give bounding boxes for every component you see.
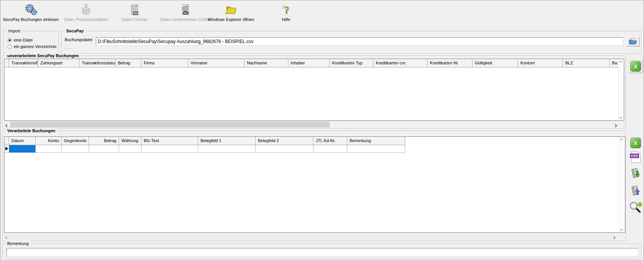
toolbar-button-datev-format: CSV Datev Format [114, 3, 154, 23]
column-header: BG-Text [142, 137, 198, 145]
column-header: JTL Kd-Nr. [313, 137, 347, 145]
processed-grid-hscrollbar[interactable] [4, 234, 618, 240]
crate-icon [80, 3, 92, 16]
cell-bg-text[interactable] [142, 145, 198, 153]
import-group-title: Import [7, 28, 22, 34]
unprocessed-grid[interactable]: TransaktionsID Zahlungsart Transaktionss… [4, 59, 624, 121]
toolbar: SecuPay Buchungen einlesen Datev Postver… [0, 3, 644, 25]
cell-belegfeld1[interactable] [198, 145, 256, 153]
processed-groupbox: Verarbeitete Buchungen Datum Konto Gegen… [2, 131, 626, 241]
buchungsdatei-label: Buchungsdatei [65, 37, 92, 42]
row-marker-cell [5, 145, 9, 153]
csv-export-icon: CSV [631, 151, 641, 163]
scroll-right-icon[interactable] [614, 123, 617, 128]
bemerkung-groupbox: Bemerkung [2, 243, 642, 259]
column-header: Kreditkarten Typ [330, 59, 374, 67]
toolbar-button-hilfe[interactable]: ? Hilfe [275, 3, 297, 23]
column-header: Konto [36, 137, 62, 145]
column-header: Belegfeld 1 [198, 137, 256, 145]
column-header: Kreditkarten Nr [428, 59, 472, 67]
column-header: Nachname [245, 59, 288, 67]
svg-text:?: ? [284, 5, 289, 16]
processed-grid[interactable]: Datum Konto Gegenkonto Betrag Währung BG… [4, 136, 625, 233]
import-file-button[interactable] [629, 166, 642, 181]
radio-ganzes-verzeichnis[interactable]: ein ganzes Verzeichnis [8, 44, 57, 49]
cell-konto[interactable] [36, 145, 62, 153]
folder-icon [224, 3, 237, 16]
excel-export-icon: X [630, 61, 641, 72]
cell-gegenkonto[interactable] [62, 145, 89, 153]
toolbar-button-windows-explorer[interactable]: Windows Explorer öffnen [201, 3, 261, 23]
processed-grid-row[interactable] [5, 145, 405, 153]
gears-icon [24, 3, 37, 16]
current-row-marker-icon [5, 147, 8, 151]
export-file-button[interactable] [629, 183, 642, 199]
excel-export-icon: X [630, 138, 641, 148]
bemerkung-input[interactable] [6, 248, 638, 257]
column-header: Belegfeld 2 [256, 137, 313, 145]
scroll-down-icon[interactable] [619, 116, 622, 119]
open-file-icon [629, 38, 637, 45]
unprocessed-grid-vscrollbar[interactable] [618, 59, 624, 120]
export-excel-unprocessed-button[interactable]: X [629, 59, 642, 73]
open-file-button[interactable] [627, 37, 639, 46]
cell-datum[interactable] [9, 145, 36, 153]
column-header: Währung [119, 137, 142, 145]
scroll-left-icon[interactable] [6, 123, 8, 128]
hscrollbar-thumb[interactable] [10, 122, 330, 128]
export-excel-processed-button[interactable]: X [630, 138, 641, 148]
column-header: Betrag [116, 59, 142, 67]
cell-belegfeld2[interactable] [256, 145, 313, 153]
processed-grid-vscrollbar[interactable] [619, 137, 625, 232]
radio-circle[interactable] [8, 45, 12, 49]
scroll-up-icon[interactable] [619, 61, 622, 64]
buchungsdatei-input[interactable] [96, 37, 623, 46]
toolbar-label: Hilfe [282, 17, 290, 22]
export-csv-button[interactable]: CSV [631, 151, 641, 163]
scroll-up-icon[interactable] [620, 138, 623, 141]
csv-tag: CSV [630, 154, 639, 158]
column-header: Vorname [188, 59, 245, 67]
file-export-up-icon [629, 183, 642, 199]
toolbar-label: Datev Postversanddatei [64, 17, 108, 22]
xml-document-icon: XML [179, 3, 192, 16]
toolbar-label: Datev Format [122, 17, 147, 22]
processed-grid-header: Datum Konto Gegenkonto Betrag Währung BG… [5, 137, 405, 145]
zoom-plus-icon [629, 201, 642, 215]
cell-betrag[interactable] [89, 145, 119, 153]
unprocessed-grid-header: TransaktionsID Zahlungsart Transaktionss… [5, 59, 624, 67]
zoom-rows-button[interactable] [629, 201, 642, 215]
scroll-right-icon[interactable] [613, 235, 615, 240]
secupay-group-title: SecuPay [65, 28, 85, 34]
import-groupbox: Import eine Datei ein ganzes Verzeichnis [3, 31, 59, 54]
column-header: Bemerkung [347, 137, 405, 145]
row-marker-header [5, 137, 9, 145]
toolbar-button-secupay-einlesen[interactable]: SecuPay Buchungen einlesen [2, 3, 60, 23]
scroll-left-icon[interactable] [6, 235, 8, 240]
column-header: Firma [142, 59, 188, 67]
cell-bemerkung[interactable] [347, 145, 405, 153]
app-window: SecuPay Buchungen einlesen Datev Postver… [0, 0, 644, 261]
unprocessed-groupbox: unverarbeitete SecuPay Buchungen Transak… [2, 56, 626, 129]
column-header: Betrag [89, 137, 119, 145]
radio-circle[interactable] [8, 38, 12, 42]
svg-text:XML: XML [183, 12, 188, 14]
cell-jtl-kdnr[interactable] [313, 145, 347, 153]
column-header: Gültigkeit [472, 59, 518, 67]
processed-group-title: Verarbeitete Buchungen [6, 128, 57, 133]
radio-label: eine Datei [14, 38, 33, 42]
radio-eine-datei[interactable]: eine Datei [8, 37, 33, 43]
column-header: Transaktionsstatus [80, 59, 116, 67]
row-marker-header [5, 59, 9, 67]
buchungsdatei-sublabel: ..... [65, 45, 72, 50]
column-header: Inhaber [288, 59, 330, 67]
column-header: Zahlungsart [38, 59, 80, 67]
svg-text:CSV: CSV [134, 12, 138, 14]
radio-label: ein ganzes Verzeichnis [14, 44, 57, 49]
column-header: TransaktionsID [9, 59, 38, 67]
secupay-groupbox: SecuPay Buchungsdatei ..... [61, 31, 642, 54]
scroll-down-icon[interactable] [620, 228, 623, 231]
bemerkung-group-title: Bemerkung [6, 241, 30, 246]
cell-waehrung[interactable] [119, 145, 142, 153]
unprocessed-grid-hscrollbar[interactable] [4, 122, 620, 128]
